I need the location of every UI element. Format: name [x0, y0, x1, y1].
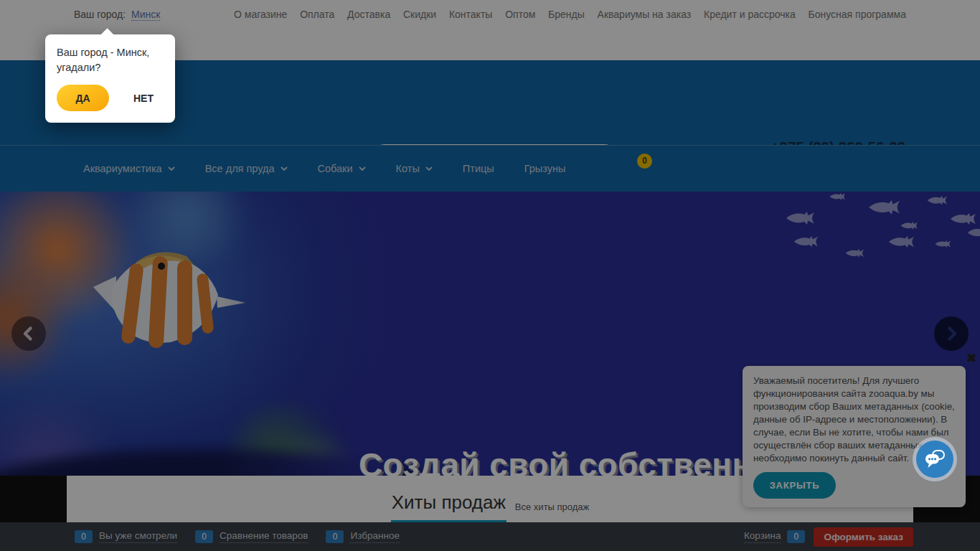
city-confirm-popup: Ваш город - Минск, угадали? ДА НЕТ — [45, 34, 175, 123]
city-no-button[interactable]: НЕТ — [133, 93, 154, 104]
city-confirm-question: Ваш город - Минск, угадали? — [57, 45, 164, 75]
close-icon[interactable]: ✖ — [966, 352, 976, 364]
chat-widget-button[interactable] — [916, 441, 953, 478]
city-yes-button[interactable]: ДА — [57, 85, 109, 111]
chat-icon — [924, 450, 946, 469]
